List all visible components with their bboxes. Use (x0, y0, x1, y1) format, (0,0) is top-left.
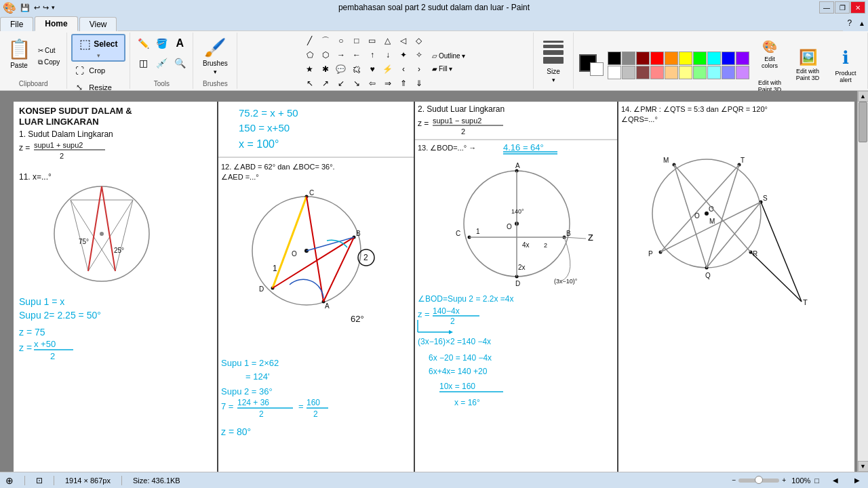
color-swatch-8[interactable] (722, 52, 735, 65)
color-swatch-3[interactable] (650, 52, 664, 65)
pent-shape[interactable]: ⬠ (302, 48, 317, 62)
save-icon[interactable]: 💾 (19, 2, 31, 14)
arrow-shapes-6[interactable]: ⇒ (380, 77, 395, 90)
size-button[interactable]: Size ▾ (538, 35, 569, 86)
minimize-button[interactable]: — (819, 1, 834, 14)
color-swatch-11[interactable] (622, 66, 635, 79)
heart-shape[interactable]: ♥ (365, 62, 380, 76)
color-swatch-0[interactable] (608, 52, 621, 65)
arrow-shapes-7[interactable]: ⇑ (396, 77, 411, 90)
pencil-tool[interactable]: ✏️ (134, 34, 152, 53)
close-button[interactable]: ✕ (850, 1, 865, 14)
star4-shape[interactable]: ✧ (412, 48, 427, 62)
edit-colors-button[interactable]: 🎨 Edit colors (752, 34, 787, 75)
redo-icon[interactable]: ↪ (43, 3, 49, 12)
color-swatch-17[interactable] (707, 66, 721, 79)
product-alert-button[interactable]: ℹ Product alert (828, 45, 863, 85)
color-swatch-19[interactable] (736, 66, 749, 79)
outline-dropdown[interactable]: ▱ Outline ▾ (429, 51, 468, 61)
expand-icon[interactable]: ▲ (856, 18, 868, 28)
zoom-slider[interactable] (738, 479, 779, 483)
fill-dropdown[interactable]: ▰ Fill ▾ (429, 64, 468, 74)
arrow-shapes-2[interactable]: ↗ (318, 77, 333, 90)
callout1-shape[interactable]: 💬 (334, 62, 349, 76)
color-palette (608, 52, 749, 79)
star5-shape[interactable]: ★ (302, 62, 317, 76)
magnify-tool[interactable]: 🔍 (171, 54, 189, 73)
edit-with-paint3d-button[interactable]: 🖼️ Edit withPaint 3D (790, 45, 825, 85)
tri-shape[interactable]: △ (380, 34, 395, 47)
curve-shape[interactable]: ⌒ (318, 34, 333, 47)
undo-icon[interactable]: ↩ (34, 3, 40, 12)
arrow-shapes-5[interactable]: ⇦ (365, 77, 380, 90)
tab-view[interactable]: View (79, 17, 117, 31)
arrow-shapes-4[interactable]: ↘ (349, 77, 364, 90)
cut-button[interactable]: ✂ Cut (35, 45, 62, 56)
color-swatch-7[interactable] (707, 52, 721, 65)
eraser-tool[interactable]: ◫ (134, 54, 152, 73)
color-swatch-15[interactable] (679, 66, 692, 79)
copy-button[interactable]: ⧉ Copy (35, 57, 62, 68)
svg-text:2: 2 (544, 242, 547, 249)
tab-file[interactable]: File (0, 17, 33, 31)
canvas[interactable]: KONSEP SUDUT DALAM & LUAR LINGKARAN 1. S… (14, 102, 854, 472)
rarrow-shape[interactable]: → (334, 48, 349, 62)
larrow-shape[interactable]: ← (349, 48, 364, 62)
color-swatch-12[interactable] (636, 66, 650, 79)
lightning-shape[interactable]: ⚡ (380, 62, 395, 76)
rect-shape[interactable]: □ (349, 34, 364, 47)
rrect-shape[interactable]: ▭ (365, 34, 380, 47)
oval-shape[interactable]: ○ (334, 34, 349, 47)
crop-button[interactable]: ⛶ (71, 62, 87, 79)
scroll-arrow-right[interactable]: › (412, 62, 427, 76)
text-tool[interactable]: A (171, 34, 189, 53)
scroll-down-button[interactable]: ▼ (858, 461, 869, 472)
callout2-shape[interactable]: 🗯 (349, 62, 364, 76)
4arrow-shape[interactable]: ✦ (396, 48, 411, 62)
color-swatch-10[interactable] (608, 66, 621, 79)
select-button[interactable]: ⬚ Select ▾ (71, 34, 125, 62)
vertical-scrollbar[interactable]: ▲ ▼ (857, 91, 868, 472)
color-swatch-13[interactable] (650, 66, 664, 79)
scroll-arrow-left[interactable]: ‹ (396, 62, 411, 76)
zoom-control[interactable]: − + 100% □ (732, 476, 819, 485)
move-tool-icon[interactable]: ⊕ (5, 475, 14, 486)
uarrow-shape[interactable]: ↑ (365, 48, 380, 62)
color-swatch-6[interactable] (693, 52, 707, 65)
arrow-shapes-8[interactable]: ⇓ (412, 77, 427, 90)
hex-shape[interactable]: ⬡ (318, 48, 333, 62)
color-swatch-4[interactable] (665, 52, 678, 65)
dia-shape[interactable]: ◇ (412, 34, 427, 47)
paste-button[interactable]: 📋 Paste (4, 37, 34, 75)
color-swatch-1[interactable] (622, 52, 635, 65)
star6-shape[interactable]: ✱ (318, 62, 333, 76)
zoom-percentage-button[interactable]: □ (814, 476, 819, 485)
scroll-up-button[interactable]: ▲ (858, 91, 869, 102)
scroll-thumb[interactable] (859, 102, 867, 142)
help-icon[interactable]: ? (843, 17, 856, 29)
eyedropper-tool[interactable]: 💉 (153, 54, 170, 73)
color-swatch-9[interactable] (736, 52, 749, 65)
maximize-button[interactable]: ❐ (835, 1, 850, 14)
color-swatch-14[interactable] (665, 66, 678, 79)
color-swatch-16[interactable] (693, 66, 707, 79)
panel-2: 75.2 = x + 50 150 = x+50 x = 100° 12. ∠A… (217, 102, 414, 472)
color-swatch-5[interactable] (679, 52, 692, 65)
color-swatch-2[interactable] (636, 52, 650, 65)
arrow-shapes-3[interactable]: ↙ (334, 77, 349, 90)
svg-text:O: O (292, 250, 297, 258)
color-swatch-18[interactable] (722, 66, 735, 79)
rtri-shape[interactable]: ◁ (396, 34, 411, 47)
tab-home[interactable]: Home (35, 16, 77, 31)
scroll-left-button[interactable]: ◀ (830, 476, 841, 484)
brushes-button[interactable]: 🖌️ Brushes ▾ (197, 36, 233, 77)
arrow-shapes-1[interactable]: ↖ (302, 77, 317, 90)
darrow-shape[interactable]: ↓ (380, 48, 395, 62)
svg-text:C: C (309, 189, 314, 197)
dropdown-arrow[interactable]: ▾ (52, 4, 55, 11)
fill-tool[interactable]: 🪣 (153, 34, 170, 53)
scroll-track[interactable] (858, 102, 868, 461)
scroll-right-button[interactable]: ▶ (852, 476, 863, 484)
color1-selector[interactable] (578, 53, 605, 77)
line-shape[interactable]: ╱ (302, 34, 317, 47)
